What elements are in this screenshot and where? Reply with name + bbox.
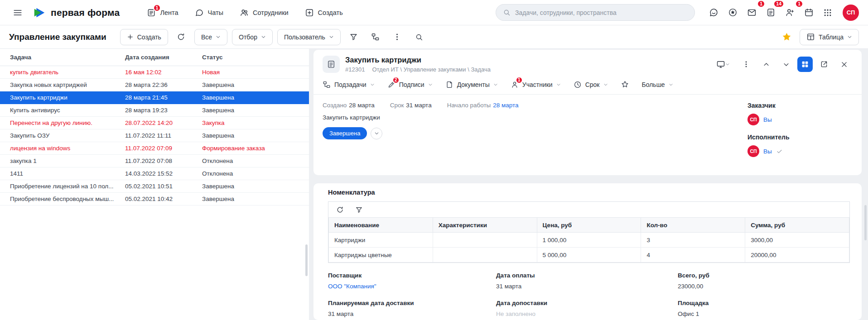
hierarchy-button[interactable] <box>367 29 384 46</box>
filter-selection-dropdown[interactable]: Отбор <box>232 29 273 45</box>
toolbar-more-button[interactable] <box>389 29 406 46</box>
mail-button[interactable]: 1 <box>743 4 760 21</box>
tab-documents[interactable]: Документы <box>445 81 498 89</box>
task-row[interactable]: Приобретение лицензий на 10 пол...05.02.… <box>0 180 309 192</box>
chevron-down-icon <box>725 62 730 67</box>
nomenclature-row[interactable]: Картриджы цветные 5 000,00 4 20000,00 <box>329 248 849 263</box>
favorite-star-icon <box>781 32 792 42</box>
executor-name-link[interactable]: Вы <box>763 148 772 155</box>
task-cell: 1411 <box>0 167 121 180</box>
detail-more-button[interactable] <box>738 56 755 73</box>
column-status[interactable]: Статус <box>198 49 309 66</box>
nav-item-employees[interactable]: Сотрудники <box>240 8 289 17</box>
date-cell: 14.03.2022 15:52 <box>121 167 198 180</box>
task-row[interactable]: лицензия на windows11.07.2022 07:09Форми… <box>0 142 309 154</box>
date-cell: 11.07.2022 07:09 <box>121 142 198 154</box>
display-mode-button[interactable] <box>711 56 735 73</box>
column-date[interactable]: Дата создания <box>121 49 198 66</box>
close-detail-button[interactable] <box>835 56 853 73</box>
task-row[interactable]: Перенести на другую линию.28.07.2022 14:… <box>0 116 309 129</box>
task-row[interactable]: купить двигатель16 мая 12:02Новая <box>0 66 309 78</box>
column-sum[interactable]: Сумма, руб <box>745 218 849 233</box>
global-search[interactable] <box>496 4 695 21</box>
task-row[interactable]: 141114.03.2022 15:52Отклонена <box>0 167 309 180</box>
layout-view-button[interactable] <box>797 57 813 72</box>
breadcrumb[interactable]: Отдел ИТ \ Управление закупками \ Задача <box>372 66 491 73</box>
due-label: Срок <box>390 102 404 109</box>
support-chat-button[interactable] <box>705 4 722 21</box>
start-value-link[interactable]: 28 марта <box>493 102 518 109</box>
date-cell: 28.07.2022 14:20 <box>121 116 198 129</box>
menu-button[interactable] <box>9 4 26 21</box>
nomen-filter-button[interactable] <box>353 204 365 215</box>
tab-favorite[interactable] <box>621 80 629 89</box>
tab-label: Срок <box>585 81 600 88</box>
prev-task-button[interactable] <box>757 56 775 73</box>
star-outline-icon <box>621 80 629 89</box>
create-task-button[interactable]: Создать <box>120 29 168 45</box>
favorite-button[interactable] <box>778 29 795 46</box>
task-row[interactable]: Закупить ОЗУ11.07.2022 11:11Завершена <box>0 129 309 142</box>
supplier-link[interactable]: ООО "Компания" <box>328 283 496 290</box>
column-name[interactable]: Наименование <box>329 218 433 233</box>
calendar-button[interactable] <box>800 4 817 21</box>
column-specs[interactable]: Характеристики <box>433 218 537 233</box>
nav-item-chats[interactable]: Чаты <box>195 8 223 17</box>
tab-participants[interactable]: 1 Участники <box>511 81 561 89</box>
support-chat-icon <box>709 8 719 17</box>
status-cell: Отклонена <box>198 154 309 167</box>
app-logo[interactable]: первая форма <box>33 6 120 19</box>
task-cell: закупка 1 <box>0 154 121 167</box>
field-label: Планируемая дата доставки <box>328 300 496 306</box>
tab-more[interactable]: Больше <box>642 81 673 88</box>
column-price[interactable]: Цена, руб <box>537 218 641 233</box>
global-search-input[interactable] <box>515 9 688 16</box>
filter-button[interactable] <box>345 29 362 46</box>
task-row[interactable]: Приобретение беспроводных мыш...05.02.20… <box>0 192 309 205</box>
list-search-button[interactable] <box>410 29 428 46</box>
customer-row: СП Вы <box>747 114 852 125</box>
user-avatar[interactable]: СП <box>843 5 859 21</box>
status-dropdown-button[interactable] <box>371 128 382 139</box>
status-cell: Завершена <box>198 91 309 104</box>
column-qty[interactable]: Кол-во <box>641 218 745 233</box>
list-scrollbar[interactable] <box>305 244 308 276</box>
view-switcher-dropdown[interactable]: Таблица <box>800 29 859 45</box>
task-row[interactable]: Купить антивирус28 марта 19:23Завершена <box>0 104 309 116</box>
create-task-label: Создать <box>137 33 161 41</box>
field-site: Площадка Офис 1 <box>678 300 850 317</box>
refresh-button[interactable] <box>173 29 190 46</box>
plus-icon <box>127 33 134 40</box>
invites-button[interactable]: 1 <box>781 4 798 21</box>
tab-deadline[interactable]: Срок <box>574 81 608 89</box>
nav-item-create[interactable]: Создать <box>305 8 343 17</box>
task-title: Закупить картриджи <box>345 56 491 64</box>
task-row[interactable]: закупка 111.07.2022 07:08Отклонена <box>0 154 309 167</box>
nomen-refresh-button[interactable] <box>334 204 346 215</box>
nav-item-label: Сотрудники <box>253 9 289 16</box>
task-row[interactable]: Закупка новых картриджей28 марта 22:36За… <box>0 78 309 91</box>
task-row-selected[interactable]: Закупить картриджи28 марта 21:45Завершен… <box>0 91 309 104</box>
next-task-button[interactable] <box>777 56 795 73</box>
column-task[interactable]: Задача <box>0 49 121 66</box>
nav-item-feed[interactable]: 1 Лента <box>147 8 178 17</box>
filter-user-dropdown[interactable]: Пользователь <box>277 29 341 45</box>
customer-avatar[interactable]: СП <box>747 114 759 125</box>
apps-grid-button[interactable] <box>819 4 836 21</box>
task-cell: лицензия на windows <box>0 142 121 154</box>
filter-all-dropdown[interactable]: Все <box>194 29 227 45</box>
filter-user-label: Пользователь <box>284 33 325 41</box>
tab-signatures[interactable]: 2 Подписи <box>387 81 433 89</box>
date-cell: 28 марта 22:36 <box>121 78 198 91</box>
nomenclature-row[interactable]: Картриджи 1 000,00 3 3000,00 <box>329 233 849 248</box>
person-icon: 1 <box>511 81 519 89</box>
open-in-new-button[interactable] <box>815 56 833 73</box>
chat-icon <box>195 8 204 17</box>
customer-name-link[interactable]: Вы <box>763 116 772 123</box>
tab-subtasks[interactable]: Подзадачи <box>323 81 375 89</box>
tasks-button[interactable]: 14 <box>762 4 779 21</box>
status-pill[interactable]: Завершена <box>323 127 367 139</box>
executor-avatar[interactable]: СП <box>747 145 759 157</box>
detail-scrollbar[interactable] <box>864 205 867 240</box>
achievements-button[interactable] <box>724 4 741 21</box>
